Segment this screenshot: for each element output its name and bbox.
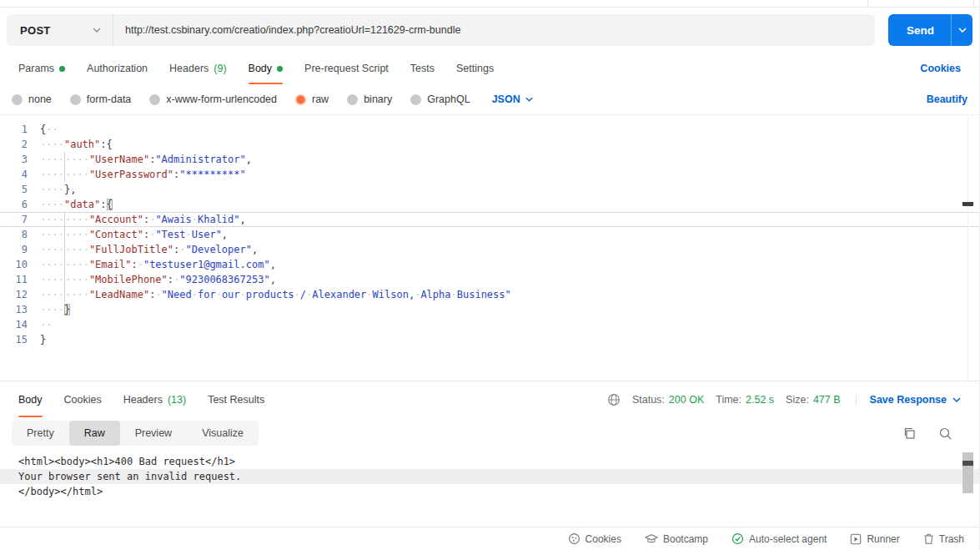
body-type-radio-x-www-form-urlencoded[interactable]: x-www-form-urlencoded [149, 93, 277, 105]
json-string: "*********" [179, 169, 245, 180]
request-tab-settings[interactable]: Settings [456, 53, 494, 84]
whitespace-dot: · [58, 244, 64, 255]
footer-item-runner[interactable]: Runner [850, 533, 899, 545]
code-token: } [40, 334, 46, 346]
tab-label: Params [18, 63, 54, 74]
line-number: 15 [0, 332, 40, 347]
search-icon[interactable] [938, 426, 952, 441]
code-token: ···· [65, 259, 89, 270]
response-body[interactable]: <html><body><h1>400 Bad request</h1>Your… [0, 449, 979, 527]
request-tab-body[interactable]: Body [249, 53, 284, 84]
request-tab-pre-request-script[interactable]: Pre-request Script [304, 53, 389, 84]
tab-label: Headers [169, 63, 209, 74]
tab-label: Body [18, 394, 43, 406]
body-type-radio-raw[interactable]: raw [295, 93, 329, 105]
response-line: Your browser sent an invalid request. [0, 469, 979, 484]
line-number: 7 [0, 212, 40, 227]
line-content: ····} [40, 302, 979, 317]
body-type-radio-graphql[interactable]: GraphQL [410, 93, 470, 105]
code-token: }, [64, 184, 76, 195]
view-mode-raw[interactable]: Raw [69, 421, 120, 446]
footer-item-auto-select-agent[interactable]: Auto-select agent [731, 532, 827, 545]
request-body-editor[interactable]: 1{··2····"auth":{3········"UserName":"Ad… [0, 115, 979, 381]
response-tab-body[interactable]: Body [18, 381, 43, 417]
request-tab-params[interactable]: Params [18, 53, 65, 84]
code-token: : [168, 274, 173, 285]
chevron-down-icon [958, 28, 967, 33]
whitespace-dot: · [77, 169, 83, 180]
whitespace-dot: · [52, 304, 58, 315]
chevron-down-icon [525, 97, 533, 102]
code-token: ···· [65, 154, 89, 165]
code-token: ···· [40, 229, 64, 240]
body-type-radio-form-data[interactable]: form-data [70, 93, 132, 105]
format-dropdown-label: JSON [492, 93, 520, 105]
code-token: { [107, 199, 113, 210]
request-tab-tests[interactable]: Tests [410, 53, 435, 84]
url-input[interactable] [113, 24, 875, 36]
body-type-radio-binary[interactable]: binary [347, 93, 392, 105]
response-scrollbar-track[interactable] [962, 452, 973, 493]
format-dropdown[interactable]: JSON [492, 93, 533, 105]
send-options-caret[interactable] [951, 14, 972, 46]
code-line: 2····"auth":{ [0, 137, 979, 152]
whitespace-dot: · [52, 169, 58, 180]
cookie-icon [568, 532, 580, 545]
top-panel-edge [0, 0, 979, 8]
footer-item-cookies[interactable]: Cookies [568, 532, 621, 545]
line-content: ····"data":{ [40, 197, 979, 212]
line-number: 9 [0, 242, 40, 257]
send-button[interactable]: Send [888, 14, 972, 46]
response-scrollbar-thumb[interactable] [962, 461, 973, 466]
code-token: : [100, 199, 106, 210]
chevron-down-icon [952, 397, 961, 402]
whitespace-dot: · [83, 244, 89, 255]
copy-icon[interactable] [902, 426, 917, 441]
request-tab-authorization[interactable]: Authorization [87, 53, 148, 84]
line-content: ····"auth":{ [40, 137, 979, 152]
json-string: "Developer" [186, 244, 252, 255]
method-selector[interactable]: POST [7, 14, 113, 46]
whitespace-dot: · [216, 289, 222, 300]
save-response-button[interactable]: Save Response [856, 394, 961, 406]
whitespace-dot: · [83, 214, 89, 225]
code-token: ·· [40, 319, 52, 331]
footer-item-bootcamp[interactable]: Bootcamp [645, 533, 708, 545]
tab-label: Headers [123, 394, 163, 406]
beautify-link[interactable]: Beautify [927, 93, 967, 105]
url-container: POST [7, 14, 875, 46]
request-tabs: ParamsAuthorizationHeaders(9)BodyPre-req… [0, 53, 979, 84]
code-line: 13····} [0, 302, 979, 317]
cookies-link[interactable]: Cookies [920, 63, 961, 74]
footer-item-trash[interactable]: Trash [923, 533, 964, 545]
whitespace-dot: · [83, 154, 89, 165]
body-type-radio-none[interactable]: none [12, 93, 52, 105]
json-key: "MobilePhone" [89, 274, 168, 285]
whitespace-dot: · [58, 304, 64, 315]
line-content: ········"MobilePhone":·"9230068367253", [40, 272, 979, 287]
whitespace-dot: · [52, 259, 58, 270]
code-line: 15} [0, 332, 979, 347]
code-token: : [131, 259, 137, 270]
code-token: ···· [40, 244, 64, 255]
code-line: 8········"Contact":·"Test·User", [0, 227, 979, 242]
editor-scrollbar-thumb[interactable] [962, 202, 973, 206]
response-tab-headers[interactable]: Headers(13) [123, 381, 186, 417]
line-content: ········"Email":·"testuser1@gmail.com", [40, 257, 979, 272]
panel-divider [973, 0, 974, 7]
view-mode-pretty[interactable]: Pretty [12, 421, 69, 446]
tab-label: Test Results [208, 394, 264, 406]
footer-item-label: Bootcamp [663, 533, 708, 545]
code-token: ···· [65, 244, 89, 255]
code-token: ···· [40, 259, 64, 270]
response-tab-cookies[interactable]: Cookies [64, 381, 102, 417]
view-mode-preview[interactable]: Preview [120, 421, 187, 446]
runner-icon [850, 533, 862, 545]
whitespace-dot: · [138, 259, 143, 270]
view-mode-visualize[interactable]: Visualize [187, 421, 259, 446]
code-token: ·· [46, 124, 58, 135]
response-tab-test-results[interactable]: Test Results [208, 381, 264, 417]
line-number: 2 [0, 137, 40, 152]
request-tab-headers[interactable]: Headers(9) [169, 53, 227, 84]
radio-circle-icon [347, 94, 358, 105]
